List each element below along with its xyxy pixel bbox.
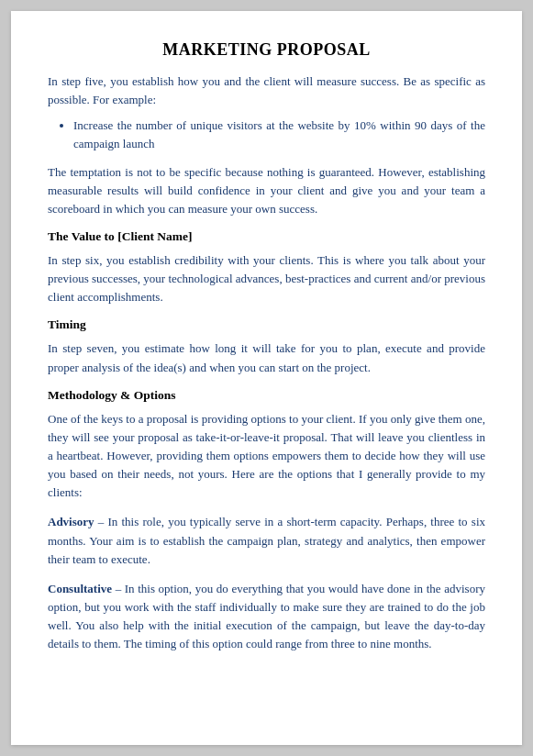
timing-section: Timing In step seven, you estimate how l… xyxy=(48,317,485,376)
intro-p2: The temptation is not to be specific bec… xyxy=(48,163,485,218)
methodology-body1: One of the keys to a proposal is providi… xyxy=(48,410,485,503)
timing-body: In step seven, you estimate how long it … xyxy=(48,339,485,376)
value-heading: The Value to [Client Name] xyxy=(48,229,485,244)
document-page: MARKETING PROPOSAL In step five, you est… xyxy=(11,11,522,745)
advisory-label: Advisory xyxy=(48,515,94,528)
consultative-text: – In this option, you do everything that… xyxy=(48,582,485,650)
doc-title: MARKETING PROPOSAL xyxy=(48,40,485,60)
advisory-text: – In this role, you typically serve in a… xyxy=(48,515,485,565)
value-section: The Value to [Client Name] In step six, … xyxy=(48,229,485,306)
methodology-section: Methodology & Options One of the keys to… xyxy=(48,388,485,654)
bullet-item-1: Increase the number of unique visitors a… xyxy=(73,117,485,153)
advisory-para: Advisory – In this role, you typically s… xyxy=(48,513,485,568)
bullet-list: Increase the number of unique visitors a… xyxy=(73,117,485,153)
timing-heading: Timing xyxy=(48,317,485,332)
value-body: In step six, you establish credibility w… xyxy=(48,251,485,306)
intro-p1: In step five, you establish how you and … xyxy=(48,72,485,109)
consultative-label: Consultative xyxy=(48,582,112,595)
consultative-para: Consultative – In this option, you do ev… xyxy=(48,580,485,654)
methodology-heading: Methodology & Options xyxy=(48,388,485,403)
intro-section: In step five, you establish how you and … xyxy=(48,72,485,218)
